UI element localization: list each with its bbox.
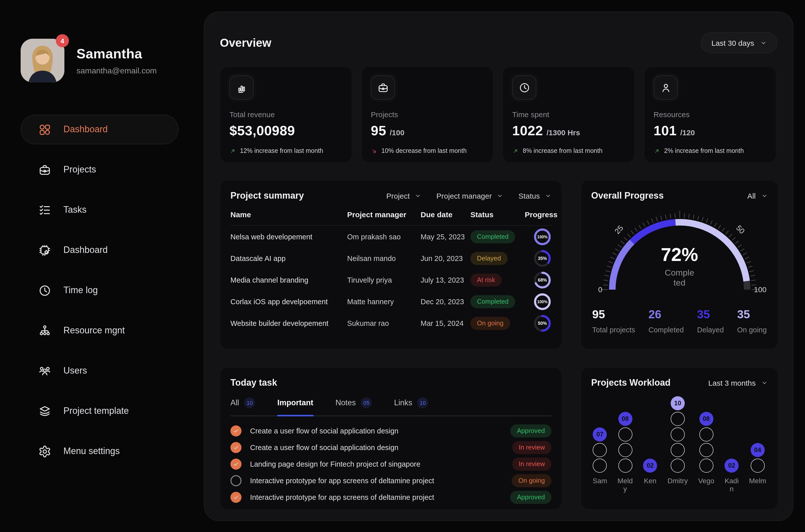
progress-stats: 95Total projects26Completed35Delayed35On… [591, 308, 768, 334]
stat-value: 95 [371, 123, 386, 139]
cell-name: Media channel branding [230, 276, 347, 284]
tab-notes[interactable]: Notes05 [335, 397, 372, 416]
check-icon [233, 428, 239, 434]
main-header: Overview Last 30 days [220, 12, 777, 53]
workload-stack: 07 [593, 428, 607, 473]
chevron-down-icon [761, 193, 768, 199]
stat-label: Projects [371, 110, 484, 119]
chevron-down-icon [497, 193, 503, 199]
status-badge: Completed [470, 230, 515, 243]
workload-circle [618, 443, 632, 457]
workload-person-name: Vego [698, 477, 714, 494]
svg-text:68%: 68% [538, 277, 547, 282]
notification-badge: 4 [56, 34, 69, 47]
filter-status[interactable]: Status [519, 192, 551, 200]
task-checkbox[interactable] [230, 492, 242, 502]
trend-up-icon [229, 148, 236, 154]
filter-label: Project manager [436, 192, 492, 200]
sidebar-item-projects[interactable]: Projects [21, 155, 179, 185]
progress-stat-completed: 26Completed [649, 308, 684, 334]
chevron-down-icon [761, 380, 768, 386]
progress-ring: 100% [533, 292, 551, 310]
filter-project-manager[interactable]: Project manager [436, 192, 503, 200]
sidebar-item-label: Menu settings [63, 446, 120, 457]
workload-person-name: Dmitry [668, 477, 688, 494]
projects-workload-title: Projects Workload [591, 378, 670, 388]
task-status-badge: In review [512, 441, 551, 454]
sidebar-item-tasks[interactable]: Tasks [21, 195, 179, 225]
check-icon [233, 494, 239, 500]
progress-stat-total-projects: 95Total projects [592, 308, 635, 334]
workload-column-ken: 02Ken [643, 459, 657, 494]
task-checkbox[interactable] [230, 425, 242, 436]
sidebar-item-resource-mgnt[interactable]: Resource mgnt [21, 316, 179, 345]
progress-ring: 68% [533, 271, 551, 289]
svg-text:100: 100 [754, 285, 766, 294]
stat-card-projects: Projects95/10010% decrease from last mon… [361, 66, 493, 163]
tab-label: Links [394, 398, 412, 407]
workload-value-bubble: 08 [699, 412, 713, 426]
stat-label: Resources [654, 110, 767, 119]
page-title: Overview [220, 36, 272, 50]
overall-progress-card: Overall Progress All 02550100 72% Comple… [581, 180, 778, 349]
progress-stat-value: 35 [737, 308, 767, 321]
sidebar-item-label: Dashboard [63, 124, 108, 135]
workload-circle [593, 459, 607, 473]
table-filters: ProjectProject managerStatus [386, 192, 551, 200]
date-range-select[interactable]: Last 30 days [701, 32, 777, 53]
progress-gauge: 02550100 72% Comple ted [591, 203, 768, 301]
task-status-badge: Approved [510, 491, 551, 504]
cell-due-date: Jun 20, 2023 [420, 254, 470, 262]
trend-down-icon [371, 148, 377, 154]
stat-trend-text: 8% increase from last month [523, 147, 602, 154]
task-checkbox[interactable] [230, 442, 242, 453]
sidebar-item-label: Users [63, 365, 87, 376]
filter-project[interactable]: Project [386, 192, 421, 200]
check-icon [233, 444, 239, 450]
sidebar-item-label: Projects [63, 165, 96, 175]
sidebar-item-label: Dashboard [63, 245, 108, 255]
stat-card-resources: Resources101/1202% increase from last mo… [644, 66, 776, 163]
sidebar-item-time-log[interactable]: Time log [21, 276, 179, 305]
sidebar-item-label: Tasks [63, 205, 87, 215]
workload-value-bubble: 07 [593, 428, 607, 441]
cell-manager: Om prakash sao [347, 232, 420, 241]
tab-label: Important [277, 398, 313, 407]
stat-trend-text: 12% increase from last month [240, 147, 323, 154]
workload-chart: 07Sam08Meld y02Ken10Dmitry08Vego02Kadi n… [591, 393, 768, 494]
sidebar-item-dashboard-2[interactable]: Dashboard [21, 235, 179, 265]
tab-important[interactable]: Important [277, 397, 313, 416]
sidebar-nav: DashboardProjectsTasksDashboardTime logR… [0, 115, 204, 466]
project-summary-card: Project summary ProjectProject managerSt… [220, 180, 562, 349]
workload-range-select[interactable]: Last 3 months [708, 379, 768, 387]
tab-links[interactable]: Links10 [394, 397, 428, 416]
sidebar-item-project-template[interactable]: Project template [21, 396, 179, 426]
workload-value-bubble: 02 [643, 459, 657, 473]
cell-manager: Sukumar rao [347, 319, 420, 327]
workload-circle [671, 443, 685, 457]
hierarchy-icon [38, 324, 51, 337]
progress-filter-select[interactable]: All [747, 192, 768, 200]
checklist-icon [38, 203, 51, 216]
today-task-card: Today task All10ImportantNotes05Links10 … [220, 367, 562, 510]
status-badge: On going [470, 317, 510, 329]
tab-all[interactable]: All10 [230, 397, 255, 416]
sidebar-item-dashboard[interactable]: Dashboard [21, 115, 179, 144]
workload-circle [618, 459, 632, 473]
profile-text: Samantha samantha@email.com [76, 46, 157, 75]
projects-workload-card: Projects Workload Last 3 months 07Sam08M… [581, 367, 778, 510]
stat-icon-tile [229, 75, 254, 99]
task-checkbox[interactable] [230, 475, 242, 486]
briefcase-icon [38, 163, 51, 176]
table-body: Nelsa web developementOm prakash saoMay … [230, 226, 551, 334]
sidebar-item-users[interactable]: Users [21, 356, 179, 386]
task-text: Create a user flow of social application… [250, 443, 504, 451]
check-icon [233, 461, 239, 467]
task-checkbox[interactable] [230, 458, 242, 469]
stat-trend-text: 10% decrease from last month [381, 147, 467, 154]
sidebar-item-menu-settings[interactable]: Menu settings [21, 436, 179, 466]
progress-stat-delayed: 35Delayed [697, 308, 724, 334]
chevron-down-icon [545, 193, 551, 199]
stat-value: 101 [654, 123, 677, 139]
task-status-badge: On going [512, 474, 551, 487]
